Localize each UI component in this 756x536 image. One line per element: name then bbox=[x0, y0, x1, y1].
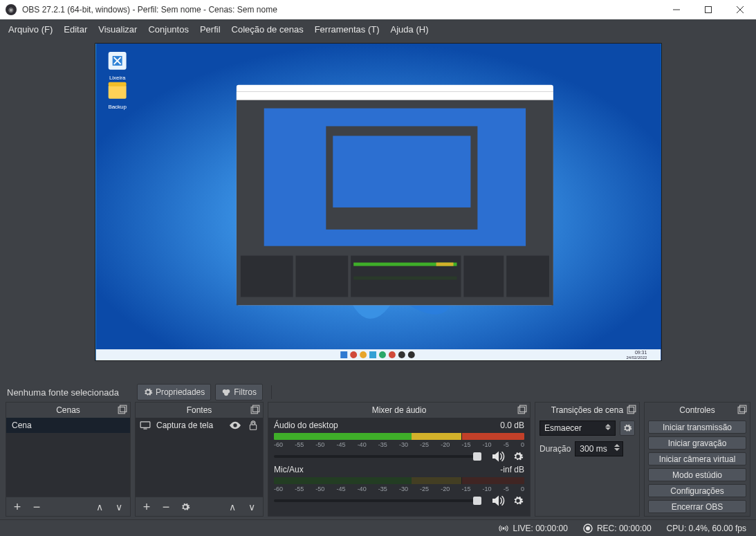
scene-item[interactable]: Cena bbox=[6, 418, 130, 433]
source-up-button[interactable] bbox=[225, 500, 239, 514]
svg-rect-24 bbox=[463, 256, 504, 297]
lock-icon[interactable] bbox=[248, 421, 259, 430]
transition-settings-button[interactable] bbox=[620, 421, 635, 436]
svg-rect-28 bbox=[353, 277, 457, 280]
speaker-icon[interactable] bbox=[492, 495, 505, 506]
scene-down-button[interactable] bbox=[112, 500, 126, 514]
menu-colecao[interactable]: Coleção de cenas bbox=[232, 24, 304, 35]
maximize-button[interactable] bbox=[692, 0, 724, 19]
menu-arquivo[interactable]: Arquivo (F) bbox=[8, 24, 53, 35]
popout-icon[interactable] bbox=[737, 405, 747, 414]
menubar: Arquivo (F) Editar Visualizar Conjuntos … bbox=[0, 19, 756, 39]
popout-icon[interactable] bbox=[517, 405, 527, 414]
dock-scenes-footer bbox=[6, 497, 130, 516]
svg-text:Backup: Backup bbox=[108, 104, 127, 110]
mixer-meter bbox=[274, 477, 524, 484]
source-item[interactable]: Captura de tela bbox=[136, 418, 263, 433]
speaker-icon[interactable] bbox=[492, 451, 505, 462]
studio-mode-button[interactable]: Modo estúdio bbox=[648, 468, 746, 481]
svg-rect-20 bbox=[333, 136, 470, 207]
source-item-label: Captura de tela bbox=[156, 421, 213, 430]
mixer-channel-desktop: Áudio do desktop 0.0 dB -60-55-50-45-40-… bbox=[268, 418, 530, 462]
svg-rect-30 bbox=[340, 351, 347, 358]
menu-conjuntos[interactable]: Conjuntos bbox=[148, 24, 189, 35]
dock-scenes-header[interactable]: Cenas bbox=[6, 403, 130, 418]
dock-controls: Controles Iniciar transmissão Iniciar gr… bbox=[644, 402, 750, 517]
mixer-level-value: 0.0 dB bbox=[500, 421, 524, 430]
svg-point-55 bbox=[503, 527, 504, 528]
dock-scenes: Cenas Cena bbox=[6, 402, 131, 517]
no-source-label: Nenhuma fonte selecionada bbox=[7, 387, 119, 398]
menu-ferramentas[interactable]: Ferramentas (T) bbox=[315, 24, 380, 35]
svg-rect-51 bbox=[627, 407, 634, 414]
svg-rect-54 bbox=[740, 405, 746, 412]
menu-perfil[interactable]: Perfil bbox=[200, 24, 221, 35]
menu-visualizar[interactable]: Visualizar bbox=[98, 24, 137, 35]
status-cpu: CPU: 0.4%, 60.00 fps bbox=[667, 524, 746, 533]
svg-rect-44 bbox=[120, 405, 127, 412]
settings-button[interactable]: Configurações bbox=[648, 484, 746, 497]
dock-sources: Fontes Captura de tela bbox=[135, 402, 264, 517]
gear-icon bbox=[623, 423, 632, 433]
gear-icon[interactable] bbox=[512, 451, 524, 462]
mixer-level-value: -inf dB bbox=[500, 465, 524, 474]
mixer-meter bbox=[274, 433, 524, 440]
svg-rect-45 bbox=[251, 407, 257, 414]
svg-rect-32 bbox=[360, 351, 367, 358]
svg-rect-52 bbox=[629, 405, 636, 412]
svg-text:09:31: 09:31 bbox=[634, 350, 647, 355]
start-virtualcam-button[interactable]: Iniciar câmera virtual bbox=[648, 452, 746, 465]
svg-rect-13 bbox=[108, 82, 126, 86]
exit-button[interactable]: Encerrar OBS bbox=[648, 500, 746, 513]
filters-icon bbox=[221, 387, 231, 397]
properties-button[interactable]: Propriedades bbox=[137, 384, 211, 400]
broadcast-icon bbox=[499, 524, 508, 533]
svg-rect-12 bbox=[108, 85, 126, 99]
svg-rect-1 bbox=[706, 7, 712, 13]
menu-editar[interactable]: Editar bbox=[64, 24, 87, 35]
menu-ajuda[interactable]: Ajuda (H) bbox=[391, 24, 429, 35]
svg-rect-43 bbox=[118, 407, 125, 414]
dock-sources-header[interactable]: Fontes bbox=[136, 403, 263, 418]
scene-remove-button[interactable] bbox=[30, 500, 44, 514]
popout-icon[interactable] bbox=[627, 405, 636, 414]
svg-rect-21 bbox=[240, 256, 293, 297]
dock-mixer-header[interactable]: Mixer de áudio bbox=[268, 403, 530, 418]
minimize-button[interactable] bbox=[661, 0, 692, 19]
start-recording-button[interactable]: Iniciar gravação bbox=[648, 436, 746, 450]
source-down-button[interactable] bbox=[245, 500, 259, 514]
mixer-volume-slider[interactable] bbox=[274, 455, 481, 458]
source-add-button[interactable] bbox=[140, 500, 154, 514]
scene-up-button[interactable] bbox=[93, 500, 107, 514]
dock-transitions: Transições de cena Esmaecer Du bbox=[535, 402, 640, 517]
scene-add-button[interactable] bbox=[10, 500, 24, 514]
filters-button[interactable]: Filtros bbox=[215, 384, 263, 400]
start-streaming-button[interactable]: Iniciar transmissão bbox=[648, 421, 746, 434]
popout-icon[interactable] bbox=[250, 405, 260, 414]
svg-rect-33 bbox=[369, 351, 376, 358]
status-live: LIVE: 00:00:00 bbox=[499, 524, 567, 533]
preview-canvas[interactable]: Lixeira Backup bbox=[95, 43, 662, 361]
transition-select[interactable]: Esmaecer bbox=[540, 421, 616, 436]
svg-rect-36 bbox=[398, 351, 405, 358]
eye-icon[interactable] bbox=[230, 421, 241, 430]
status-rec: REC: 00:00:00 bbox=[583, 524, 652, 533]
source-settings-button[interactable] bbox=[178, 500, 192, 514]
source-toolbar: Nenhuma fonte selecionada Propriedades F… bbox=[0, 382, 756, 402]
window-title: OBS 27.2.1 (64-bit, windows) - Perfil: S… bbox=[22, 5, 661, 15]
duration-stepper[interactable]: 300 ms bbox=[575, 441, 623, 456]
chevron-updown-icon bbox=[614, 444, 620, 451]
dock-controls-header[interactable]: Controles bbox=[645, 403, 750, 418]
mixer-volume-slider[interactable] bbox=[274, 499, 481, 502]
gear-icon[interactable] bbox=[512, 495, 524, 506]
toolbar-separator bbox=[271, 385, 272, 399]
source-remove-button[interactable] bbox=[159, 500, 173, 514]
svg-rect-17 bbox=[236, 92, 553, 100]
duration-label: Duração bbox=[540, 444, 571, 454]
svg-rect-49 bbox=[518, 407, 524, 414]
svg-rect-31 bbox=[350, 351, 357, 358]
svg-rect-29 bbox=[95, 349, 660, 360]
popout-icon[interactable] bbox=[118, 405, 127, 414]
dock-transitions-header[interactable]: Transições de cena bbox=[535, 403, 639, 418]
close-button[interactable] bbox=[724, 0, 756, 19]
